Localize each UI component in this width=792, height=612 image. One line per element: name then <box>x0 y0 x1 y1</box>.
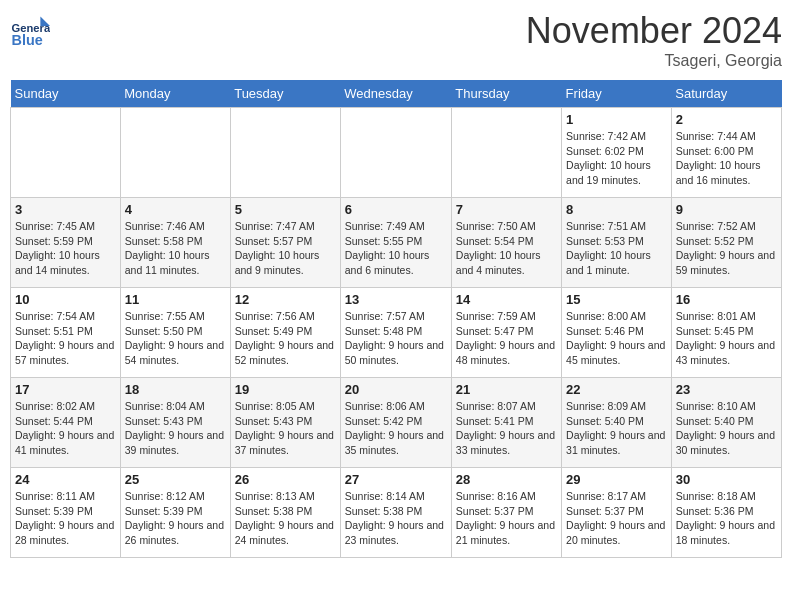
day-number: 12 <box>235 292 336 307</box>
day-cell: 30Sunrise: 8:18 AM Sunset: 5:36 PM Dayli… <box>671 468 781 558</box>
day-number: 15 <box>566 292 667 307</box>
week-row-1: 1Sunrise: 7:42 AM Sunset: 6:02 PM Daylig… <box>11 108 782 198</box>
day-number: 7 <box>456 202 557 217</box>
day-info: Sunrise: 7:55 AM Sunset: 5:50 PM Dayligh… <box>125 309 226 368</box>
day-cell: 21Sunrise: 8:07 AM Sunset: 5:41 PM Dayli… <box>451 378 561 468</box>
day-cell: 10Sunrise: 7:54 AM Sunset: 5:51 PM Dayli… <box>11 288 121 378</box>
day-info: Sunrise: 7:42 AM Sunset: 6:02 PM Dayligh… <box>566 129 667 188</box>
day-info: Sunrise: 8:18 AM Sunset: 5:36 PM Dayligh… <box>676 489 777 548</box>
header-row: SundayMondayTuesdayWednesdayThursdayFrid… <box>11 80 782 108</box>
day-info: Sunrise: 7:46 AM Sunset: 5:58 PM Dayligh… <box>125 219 226 278</box>
day-info: Sunrise: 8:01 AM Sunset: 5:45 PM Dayligh… <box>676 309 777 368</box>
day-cell <box>230 108 340 198</box>
day-number: 18 <box>125 382 226 397</box>
day-number: 3 <box>15 202 116 217</box>
calendar-header: SundayMondayTuesdayWednesdayThursdayFrid… <box>11 80 782 108</box>
day-number: 10 <box>15 292 116 307</box>
day-info: Sunrise: 7:56 AM Sunset: 5:49 PM Dayligh… <box>235 309 336 368</box>
day-info: Sunrise: 7:50 AM Sunset: 5:54 PM Dayligh… <box>456 219 557 278</box>
header-cell-saturday: Saturday <box>671 80 781 108</box>
day-number: 22 <box>566 382 667 397</box>
day-number: 29 <box>566 472 667 487</box>
day-cell: 3Sunrise: 7:45 AM Sunset: 5:59 PM Daylig… <box>11 198 121 288</box>
day-number: 25 <box>125 472 226 487</box>
logo: General Blue <box>10 10 54 50</box>
day-cell: 7Sunrise: 7:50 AM Sunset: 5:54 PM Daylig… <box>451 198 561 288</box>
day-cell: 1Sunrise: 7:42 AM Sunset: 6:02 PM Daylig… <box>562 108 672 198</box>
day-info: Sunrise: 8:07 AM Sunset: 5:41 PM Dayligh… <box>456 399 557 458</box>
day-cell: 22Sunrise: 8:09 AM Sunset: 5:40 PM Dayli… <box>562 378 672 468</box>
day-info: Sunrise: 8:12 AM Sunset: 5:39 PM Dayligh… <box>125 489 226 548</box>
day-number: 17 <box>15 382 116 397</box>
day-info: Sunrise: 7:54 AM Sunset: 5:51 PM Dayligh… <box>15 309 116 368</box>
week-row-3: 10Sunrise: 7:54 AM Sunset: 5:51 PM Dayli… <box>11 288 782 378</box>
calendar-body: 1Sunrise: 7:42 AM Sunset: 6:02 PM Daylig… <box>11 108 782 558</box>
header-cell-friday: Friday <box>562 80 672 108</box>
day-number: 27 <box>345 472 447 487</box>
day-cell <box>340 108 451 198</box>
month-title: November 2024 <box>526 10 782 52</box>
week-row-2: 3Sunrise: 7:45 AM Sunset: 5:59 PM Daylig… <box>11 198 782 288</box>
day-number: 6 <box>345 202 447 217</box>
day-cell: 15Sunrise: 8:00 AM Sunset: 5:46 PM Dayli… <box>562 288 672 378</box>
day-number: 24 <box>15 472 116 487</box>
header-cell-wednesday: Wednesday <box>340 80 451 108</box>
day-info: Sunrise: 7:45 AM Sunset: 5:59 PM Dayligh… <box>15 219 116 278</box>
day-cell <box>120 108 230 198</box>
day-cell: 14Sunrise: 7:59 AM Sunset: 5:47 PM Dayli… <box>451 288 561 378</box>
day-cell: 4Sunrise: 7:46 AM Sunset: 5:58 PM Daylig… <box>120 198 230 288</box>
day-cell: 28Sunrise: 8:16 AM Sunset: 5:37 PM Dayli… <box>451 468 561 558</box>
day-cell: 8Sunrise: 7:51 AM Sunset: 5:53 PM Daylig… <box>562 198 672 288</box>
day-info: Sunrise: 7:49 AM Sunset: 5:55 PM Dayligh… <box>345 219 447 278</box>
day-cell: 24Sunrise: 8:11 AM Sunset: 5:39 PM Dayli… <box>11 468 121 558</box>
day-info: Sunrise: 7:51 AM Sunset: 5:53 PM Dayligh… <box>566 219 667 278</box>
day-number: 8 <box>566 202 667 217</box>
day-cell: 27Sunrise: 8:14 AM Sunset: 5:38 PM Dayli… <box>340 468 451 558</box>
day-cell: 5Sunrise: 7:47 AM Sunset: 5:57 PM Daylig… <box>230 198 340 288</box>
day-cell: 29Sunrise: 8:17 AM Sunset: 5:37 PM Dayli… <box>562 468 672 558</box>
day-number: 16 <box>676 292 777 307</box>
day-cell: 9Sunrise: 7:52 AM Sunset: 5:52 PM Daylig… <box>671 198 781 288</box>
day-cell <box>451 108 561 198</box>
day-number: 26 <box>235 472 336 487</box>
week-row-5: 24Sunrise: 8:11 AM Sunset: 5:39 PM Dayli… <box>11 468 782 558</box>
week-row-4: 17Sunrise: 8:02 AM Sunset: 5:44 PM Dayli… <box>11 378 782 468</box>
page-header: General Blue November 2024 Tsageri, Geor… <box>10 10 782 70</box>
day-number: 11 <box>125 292 226 307</box>
title-section: November 2024 Tsageri, Georgia <box>526 10 782 70</box>
day-info: Sunrise: 7:59 AM Sunset: 5:47 PM Dayligh… <box>456 309 557 368</box>
day-info: Sunrise: 8:17 AM Sunset: 5:37 PM Dayligh… <box>566 489 667 548</box>
day-number: 13 <box>345 292 447 307</box>
day-info: Sunrise: 8:10 AM Sunset: 5:40 PM Dayligh… <box>676 399 777 458</box>
day-number: 1 <box>566 112 667 127</box>
day-number: 14 <box>456 292 557 307</box>
day-info: Sunrise: 7:52 AM Sunset: 5:52 PM Dayligh… <box>676 219 777 278</box>
day-cell: 13Sunrise: 7:57 AM Sunset: 5:48 PM Dayli… <box>340 288 451 378</box>
day-cell: 17Sunrise: 8:02 AM Sunset: 5:44 PM Dayli… <box>11 378 121 468</box>
day-cell: 23Sunrise: 8:10 AM Sunset: 5:40 PM Dayli… <box>671 378 781 468</box>
day-info: Sunrise: 8:05 AM Sunset: 5:43 PM Dayligh… <box>235 399 336 458</box>
day-number: 4 <box>125 202 226 217</box>
day-number: 2 <box>676 112 777 127</box>
day-info: Sunrise: 7:47 AM Sunset: 5:57 PM Dayligh… <box>235 219 336 278</box>
day-cell: 11Sunrise: 7:55 AM Sunset: 5:50 PM Dayli… <box>120 288 230 378</box>
day-info: Sunrise: 8:16 AM Sunset: 5:37 PM Dayligh… <box>456 489 557 548</box>
day-info: Sunrise: 8:04 AM Sunset: 5:43 PM Dayligh… <box>125 399 226 458</box>
day-number: 23 <box>676 382 777 397</box>
day-info: Sunrise: 8:02 AM Sunset: 5:44 PM Dayligh… <box>15 399 116 458</box>
header-cell-thursday: Thursday <box>451 80 561 108</box>
day-number: 20 <box>345 382 447 397</box>
calendar-table: SundayMondayTuesdayWednesdayThursdayFrid… <box>10 80 782 558</box>
day-number: 9 <box>676 202 777 217</box>
day-cell: 18Sunrise: 8:04 AM Sunset: 5:43 PM Dayli… <box>120 378 230 468</box>
day-cell: 6Sunrise: 7:49 AM Sunset: 5:55 PM Daylig… <box>340 198 451 288</box>
header-cell-monday: Monday <box>120 80 230 108</box>
day-info: Sunrise: 8:06 AM Sunset: 5:42 PM Dayligh… <box>345 399 447 458</box>
day-number: 21 <box>456 382 557 397</box>
day-cell: 26Sunrise: 8:13 AM Sunset: 5:38 PM Dayli… <box>230 468 340 558</box>
day-cell: 20Sunrise: 8:06 AM Sunset: 5:42 PM Dayli… <box>340 378 451 468</box>
header-cell-sunday: Sunday <box>11 80 121 108</box>
logo-icon: General Blue <box>10 10 50 50</box>
location: Tsageri, Georgia <box>526 52 782 70</box>
day-info: Sunrise: 7:57 AM Sunset: 5:48 PM Dayligh… <box>345 309 447 368</box>
